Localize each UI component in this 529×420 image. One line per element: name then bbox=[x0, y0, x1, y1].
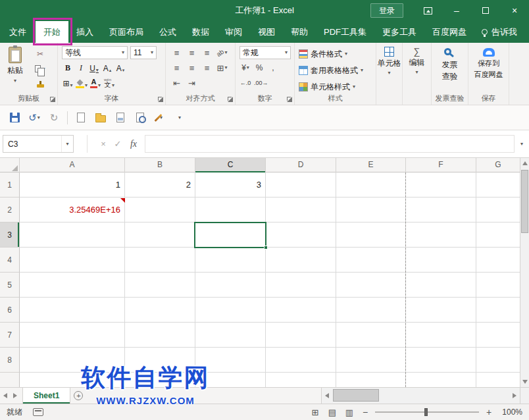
zoom-slider-thumb[interactable] bbox=[424, 408, 428, 416]
decrease-font-size-button[interactable]: A▾ bbox=[114, 61, 126, 74]
merge-center-button[interactable]: ⊞▾ bbox=[215, 61, 229, 74]
close-button[interactable]: × bbox=[500, 0, 529, 21]
row-header-2[interactable]: 2 bbox=[0, 197, 20, 223]
column-header-f[interactable]: F bbox=[406, 158, 476, 172]
selected-cell-c3[interactable] bbox=[194, 222, 266, 248]
vertical-scrollbar-thumb[interactable] bbox=[521, 170, 528, 233]
qat-redo-button[interactable]: ↻ bbox=[45, 109, 63, 127]
copy-button[interactable]: ▾ bbox=[30, 63, 50, 75]
qat-print-button[interactable] bbox=[111, 109, 130, 127]
column-header-c[interactable]: C bbox=[195, 158, 266, 172]
cell-c1[interactable]: 3 bbox=[195, 172, 264, 197]
select-all-corner[interactable] bbox=[0, 158, 20, 172]
column-header-d[interactable]: D bbox=[266, 158, 336, 172]
borders-button[interactable]: ⊞▾ bbox=[62, 76, 74, 90]
zoom-percentage[interactable]: 100% bbox=[499, 407, 522, 417]
fill-color-button[interactable]: ▾ bbox=[76, 76, 88, 90]
minimize-button[interactable]: – bbox=[442, 0, 471, 21]
align-middle-button[interactable]: ≡ bbox=[185, 46, 199, 59]
font-color-button[interactable]: A ▾ bbox=[89, 76, 101, 90]
sheet-nav-next-button[interactable] bbox=[10, 388, 20, 404]
tab-pdf-tools[interactable]: PDF工具集 bbox=[316, 21, 374, 43]
tell-me-button[interactable]: 告诉我 bbox=[474, 21, 524, 43]
qat-spelling-button[interactable]: ▾ bbox=[151, 109, 169, 127]
font-name-combobox[interactable]: 等线 ▾ bbox=[62, 46, 128, 59]
insert-function-button[interactable]: fx bbox=[125, 135, 142, 153]
qat-save-button[interactable] bbox=[5, 109, 24, 127]
editing-button[interactable]: ∑ 编辑 ▾ bbox=[403, 47, 431, 75]
increase-font-size-button[interactable]: A▴ bbox=[101, 61, 113, 74]
qat-new-button[interactable] bbox=[72, 109, 90, 127]
tab-help[interactable]: 帮助 bbox=[283, 21, 316, 43]
cut-button[interactable]: ✂ bbox=[30, 47, 50, 60]
qat-print-preview-button[interactable] bbox=[131, 109, 149, 127]
row-header-1[interactable]: 1 bbox=[0, 172, 20, 197]
horizontal-scrollbar[interactable] bbox=[321, 388, 520, 404]
row-header-3[interactable]: 3 bbox=[0, 223, 20, 248]
tab-file[interactable]: 文件 bbox=[0, 21, 36, 43]
invoice-check-button[interactable]: 发票 查验 bbox=[432, 47, 468, 82]
percent-style-button[interactable]: % bbox=[253, 61, 265, 74]
align-left-button[interactable]: ≡ bbox=[170, 61, 184, 74]
row-header-5[interactable]: 5 bbox=[0, 273, 20, 298]
row-header-4[interactable]: 4 bbox=[0, 248, 20, 273]
zoom-out-button[interactable]: − bbox=[361, 406, 370, 418]
horizontal-scrollbar-thumb[interactable] bbox=[333, 389, 379, 402]
number-format-combobox[interactable]: 常规 ▾ bbox=[239, 46, 291, 59]
tab-home[interactable]: 开始 bbox=[36, 21, 68, 43]
vertical-scrollbar[interactable] bbox=[520, 158, 529, 387]
sheet-tab-sheet1[interactable]: Sheet1 bbox=[22, 388, 70, 404]
share-button[interactable]: 共享 bbox=[524, 21, 529, 43]
enter-button[interactable]: ✓ bbox=[111, 135, 125, 153]
row-header-8[interactable]: 8 bbox=[0, 348, 20, 373]
italic-button[interactable]: I bbox=[75, 61, 87, 74]
decrease-indent-button[interactable]: ⇤ bbox=[170, 76, 184, 90]
page-layout-view-button[interactable]: ▤ bbox=[326, 406, 338, 418]
cell-a1[interactable]: 1 bbox=[20, 172, 123, 197]
column-header-e[interactable]: E bbox=[336, 158, 406, 172]
column-header-g[interactable]: G bbox=[476, 158, 520, 172]
align-right-button[interactable]: ≡ bbox=[200, 61, 214, 74]
cell-a2[interactable]: 3.25469E+16 bbox=[20, 197, 123, 223]
scroll-right-button[interactable] bbox=[509, 388, 520, 404]
page-break-view-button[interactable]: ▥ bbox=[343, 406, 355, 418]
name-box[interactable]: C3 ▾ bbox=[3, 135, 74, 153]
paste-button[interactable]: 粘贴 ▾ bbox=[3, 47, 27, 84]
qat-customize-button[interactable]: ▾ bbox=[170, 109, 189, 127]
tab-formulas[interactable]: 公式 bbox=[151, 21, 184, 43]
tab-more-tools[interactable]: 更多工具 bbox=[374, 21, 424, 43]
formula-bar-expand-button[interactable]: ▾ bbox=[516, 135, 527, 153]
orientation-button[interactable]: ab▾ bbox=[215, 46, 229, 59]
qat-open-button[interactable] bbox=[91, 109, 110, 127]
maximize-button[interactable] bbox=[471, 0, 500, 21]
name-box-dropdown[interactable]: ▾ bbox=[61, 136, 73, 152]
normal-view-button[interactable]: ⊞ bbox=[309, 406, 321, 418]
tab-baidu-netdisk[interactable]: 百度网盘 bbox=[424, 21, 474, 43]
row-header-7[interactable]: 7 bbox=[0, 323, 20, 348]
scroll-up-button[interactable] bbox=[520, 158, 529, 169]
tab-page-layout[interactable]: 页面布局 bbox=[101, 21, 151, 43]
row-header-partial[interactable] bbox=[0, 373, 20, 387]
cells-button[interactable]: 单元格 ▾ bbox=[376, 47, 402, 76]
login-button[interactable]: 登录 bbox=[370, 3, 403, 18]
align-bottom-button[interactable]: ≡ bbox=[200, 46, 214, 59]
scroll-left-button[interactable] bbox=[322, 388, 332, 404]
fill-handle[interactable] bbox=[264, 246, 268, 249]
add-sheet-button[interactable]: + bbox=[70, 388, 86, 404]
formula-input[interactable] bbox=[145, 135, 515, 153]
tab-insert[interactable]: 插入 bbox=[68, 21, 101, 43]
sheet-nav-prev-button[interactable] bbox=[0, 388, 10, 404]
qat-undo-button[interactable]: ↺▾ bbox=[25, 109, 43, 127]
bold-button[interactable]: B bbox=[62, 61, 74, 74]
column-header-b[interactable]: B bbox=[125, 158, 195, 172]
cell-styles-button[interactable]: 单元格样式 ▾ bbox=[299, 80, 355, 94]
format-as-table-button[interactable]: 套用表格格式 ▾ bbox=[299, 63, 363, 78]
font-size-combobox[interactable]: 11 ▾ bbox=[130, 46, 157, 59]
increase-decimal-button[interactable]: ←.0 bbox=[239, 76, 251, 90]
zoom-in-button[interactable]: + bbox=[484, 406, 493, 418]
save-to-baidu-button[interactable]: 保存到 百度网盘 bbox=[468, 47, 509, 79]
decrease-decimal-button[interactable]: .00→ bbox=[254, 76, 268, 90]
conditional-formatting-button[interactable]: 条件格式 ▾ bbox=[299, 47, 347, 61]
increase-indent-button[interactable]: ⇥ bbox=[185, 76, 199, 90]
accounting-format-button[interactable]: ¥▾ bbox=[239, 61, 251, 74]
